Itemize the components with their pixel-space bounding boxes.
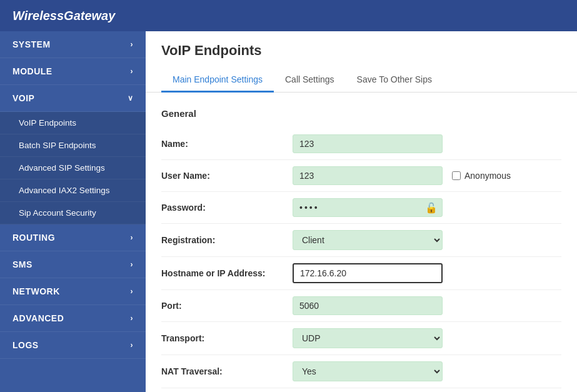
- chevron-right-icon: ›: [131, 341, 134, 349]
- field-label-nat: NAT Traversal:: [161, 366, 293, 376]
- field-control-username: [293, 166, 443, 185]
- sidebar-item-routing-label: ROUTING: [13, 233, 55, 243]
- sidebar-item-system[interactable]: SYSTEM ›: [0, 31, 146, 58]
- sidebar-item-sms-label: SMS: [13, 259, 33, 269]
- section-title-general: General: [161, 108, 561, 119]
- sidebar-item-logs-label: LOGS: [13, 340, 39, 350]
- content-header: VoIP Endpoints Main Endpoint Settings Ca…: [146, 31, 577, 93]
- tab-call-settings[interactable]: Call Settings: [274, 68, 346, 93]
- registration-select[interactable]: Client Server None: [293, 230, 443, 250]
- password-input[interactable]: [293, 198, 443, 217]
- password-toggle-icon[interactable]: 🔓: [425, 202, 438, 214]
- main-layout: SYSTEM › MODULE › VOIP ∨ VoIP Endpoints …: [0, 31, 577, 392]
- voip-submenu: VoIP Endpoints Batch SIP Endpoints Advan…: [0, 112, 146, 224]
- sidebar-item-sms[interactable]: SMS ›: [0, 251, 146, 278]
- field-label-password: Password:: [161, 203, 293, 213]
- field-control-registration: Client Server None: [293, 230, 443, 250]
- sidebar-item-voip-label: VOIP: [13, 93, 34, 103]
- field-row-port: Port:: [161, 290, 561, 322]
- field-row-nat: NAT Traversal: Yes No: [161, 355, 561, 388]
- field-control-port: [293, 296, 443, 315]
- app-title: WirelessGateway: [13, 9, 115, 23]
- sidebar-item-module-label: MODULE: [13, 66, 53, 76]
- sidebar-item-advanced-sip[interactable]: Advanced SIP Settings: [0, 157, 146, 179]
- transport-select[interactable]: UDP TCP TLS: [293, 328, 443, 348]
- sidebar-item-network[interactable]: NETWORK ›: [0, 278, 146, 305]
- field-label-port: Port:: [161, 301, 293, 311]
- field-row-hostname: Hostname or IP Address:: [161, 257, 561, 290]
- field-label-username: User Name:: [161, 171, 293, 181]
- sidebar-item-advanced-iax2[interactable]: Advanced IAX2 Settings: [0, 179, 146, 202]
- chevron-down-icon: ∨: [128, 94, 134, 103]
- field-row-username: User Name: Anonymous: [161, 160, 561, 192]
- sidebar-item-advanced[interactable]: ADVANCED ›: [0, 305, 146, 332]
- anonymous-label: Anonymous: [464, 171, 511, 181]
- sidebar-item-logs[interactable]: LOGS ›: [0, 332, 146, 359]
- sidebar-item-network-label: NETWORK: [13, 286, 60, 296]
- tab-main-endpoint[interactable]: Main Endpoint Settings: [161, 68, 274, 93]
- nat-select[interactable]: Yes No: [293, 361, 443, 381]
- sidebar-item-advanced-label: ADVANCED: [13, 313, 64, 323]
- sidebar: SYSTEM › MODULE › VOIP ∨ VoIP Endpoints …: [0, 31, 146, 392]
- tab-bar: Main Endpoint Settings Call Settings Sav…: [161, 68, 561, 92]
- field-control-hostname: [293, 263, 443, 283]
- sidebar-item-system-label: SYSTEM: [13, 39, 51, 49]
- field-label-name: Name:: [161, 139, 293, 149]
- hostname-input[interactable]: [293, 263, 443, 283]
- anonymous-checkbox[interactable]: [452, 171, 461, 180]
- content-area: VoIP Endpoints Main Endpoint Settings Ca…: [146, 31, 577, 392]
- field-row-registration: Registration: Client Server None: [161, 224, 561, 257]
- sidebar-item-voip-endpoints[interactable]: VoIP Endpoints: [0, 112, 146, 134]
- field-control-transport: UDP TCP TLS: [293, 328, 443, 348]
- app-header: WirelessGateway: [0, 0, 577, 31]
- chevron-right-icon: ›: [131, 40, 134, 49]
- chevron-right-icon: ›: [131, 314, 134, 323]
- password-wrapper: 🔓: [293, 198, 443, 217]
- form-area: General Name: User Name: Anonymous: [146, 93, 577, 392]
- sidebar-item-voip[interactable]: VOIP ∨: [0, 85, 146, 112]
- sidebar-item-batch-sip[interactable]: Batch SIP Endpoints: [0, 134, 146, 157]
- page-title: VoIP Endpoints: [161, 43, 561, 59]
- field-label-transport: Transport:: [161, 333, 293, 343]
- field-row-name: Name:: [161, 128, 561, 160]
- name-input[interactable]: [293, 134, 443, 153]
- sidebar-item-routing[interactable]: ROUTING ›: [0, 224, 146, 251]
- sidebar-item-sip-security[interactable]: Sip Account Security: [0, 202, 146, 224]
- field-row-transport: Transport: UDP TCP TLS: [161, 322, 561, 355]
- chevron-right-icon: ›: [131, 287, 134, 296]
- username-input[interactable]: [293, 166, 443, 185]
- field-label-registration: Registration:: [161, 235, 293, 245]
- chevron-right-icon: ›: [131, 260, 134, 269]
- tab-save-to-other[interactable]: Save To Other Sips: [346, 68, 443, 93]
- sidebar-item-module[interactable]: MODULE ›: [0, 58, 146, 85]
- field-label-hostname: Hostname or IP Address:: [161, 268, 293, 278]
- field-row-password: Password: 🔓: [161, 192, 561, 224]
- field-control-name: [293, 134, 443, 153]
- field-control-password: 🔓: [293, 198, 443, 217]
- anonymous-wrapper: Anonymous: [452, 171, 511, 181]
- chevron-right-icon: ›: [131, 233, 134, 242]
- port-input[interactable]: [293, 296, 443, 315]
- field-control-nat: Yes No: [293, 361, 443, 381]
- chevron-right-icon: ›: [131, 67, 134, 76]
